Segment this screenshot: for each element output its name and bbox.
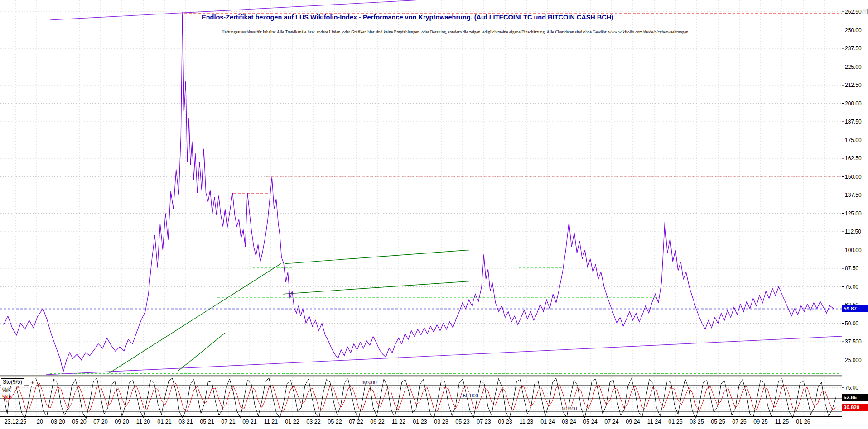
indicator-name: Sto(9/5)	[3, 379, 22, 385]
y-axis-label: 262.50	[845, 9, 862, 15]
x-axis-label: 11 25	[775, 419, 789, 425]
stoch-k-badge: 52.86	[842, 394, 868, 401]
x-axis-label: 11 22	[392, 419, 405, 425]
x-axis-label: 09 20	[115, 419, 129, 425]
y-axis-label: 250.00	[845, 27, 862, 33]
x-axis-label: 03 21	[178, 419, 193, 425]
x-axis-label: 01 26	[796, 419, 810, 425]
x-axis-label: 05 25	[711, 419, 725, 425]
indicator-label-box[interactable]: Sto(9/5)	[1, 378, 24, 386]
x-axis-label: -	[827, 419, 829, 425]
x-axis-label: 23.12.25	[5, 419, 27, 425]
y-axis-label: 137.50	[845, 192, 862, 198]
x-axis-label: 09 23	[498, 419, 512, 425]
x-axis-label: 05 20	[72, 419, 86, 425]
x-axis-label: 01 22	[285, 419, 299, 425]
stoch-k-label: %K	[2, 387, 11, 393]
last-price-badge: 59.87	[842, 305, 868, 312]
x-axis-label: 11 21	[264, 419, 278, 425]
y-axis-label: 187.50	[845, 119, 862, 125]
x-axis-label: 03 23	[434, 419, 448, 425]
x-axis-label: 01 25	[668, 419, 682, 425]
y-axis-label: 212.50	[845, 82, 862, 88]
price-line	[4, 13, 834, 372]
y-axis-label: 225.00	[845, 64, 862, 70]
chart-disclaimer: Haftungsausschluss für Inhalte: Alle Tre…	[222, 30, 688, 34]
y-axis-label: 37.500	[845, 338, 862, 345]
collapse-axis-icon[interactable]: −	[862, 9, 868, 14]
x-axis-label: 11 20	[136, 419, 150, 425]
y-axis-label: 50.00	[845, 320, 858, 327]
x-axis-label: 09 22	[370, 419, 384, 425]
y-axis-label: 175.00	[845, 137, 862, 143]
y-axis-label: 112.50	[845, 229, 861, 235]
y-axis-label: 125.00	[845, 210, 862, 217]
x-axis-label: 03 25	[690, 419, 704, 425]
x-axis-label: 01 24	[540, 419, 555, 425]
x-axis-label: 05 24	[583, 419, 597, 425]
y-axis-label: 237.50	[845, 45, 862, 52]
x-axis-label: 09 25	[753, 419, 767, 425]
x-axis-label: 01 21	[157, 419, 171, 425]
x-axis-label: 05 22	[328, 419, 342, 425]
add-indicator-icon[interactable]: +	[29, 379, 36, 386]
x-axis-label: 09 21	[242, 419, 256, 425]
x-axis-label: 09 24	[626, 419, 640, 425]
y-axis-label: 87.50	[845, 265, 858, 272]
y-axis-label: 162.50	[845, 155, 862, 162]
stoch-axis-label: 75.00	[845, 385, 858, 391]
y-axis-label: 150.00	[845, 174, 862, 180]
stoch-level-label: 80.000	[362, 380, 377, 385]
x-axis-label: 11 23	[520, 419, 533, 425]
x-axis-label: 07 21	[221, 419, 235, 425]
stoch-d-label: %D	[2, 394, 11, 400]
x-axis-label: 03 22	[306, 419, 320, 425]
page-title: Endlos-Zertifikat bezogen auf LUS Wikifo…	[202, 14, 613, 21]
stoch-level-label: 20.000	[562, 406, 577, 411]
chart-plot-area[interactable]	[0, 0, 868, 429]
x-axis-label: 05 21	[200, 419, 214, 425]
x-axis-label: 11 24	[647, 419, 661, 425]
y-axis-label: 100.00	[845, 247, 862, 253]
stoch-level-label: 50.000	[463, 393, 478, 398]
x-axis-label: 07 22	[349, 419, 363, 425]
stoch-d-badge: 30.820	[842, 404, 868, 411]
y-axis-label: 25.000	[845, 357, 862, 363]
x-axis-label: 07 23	[477, 419, 491, 425]
x-axis-label: 03 24	[562, 419, 576, 425]
x-axis-label: 07 20	[93, 419, 107, 425]
x-axis-label: 03 20	[51, 419, 65, 425]
x-axis-label: 07 24	[604, 419, 618, 425]
y-axis-label: 75.00	[845, 284, 858, 290]
x-axis-label: 05 23	[455, 419, 469, 425]
chart-window: Endlos-Zertifikat bezogen auf LUS Wikifo…	[0, 0, 868, 429]
x-axis-label: 01 23	[413, 419, 427, 425]
y-axis-label: 200.00	[845, 100, 862, 107]
x-axis-label: 07 25	[732, 419, 746, 425]
x-axis-label: 20	[37, 419, 43, 425]
